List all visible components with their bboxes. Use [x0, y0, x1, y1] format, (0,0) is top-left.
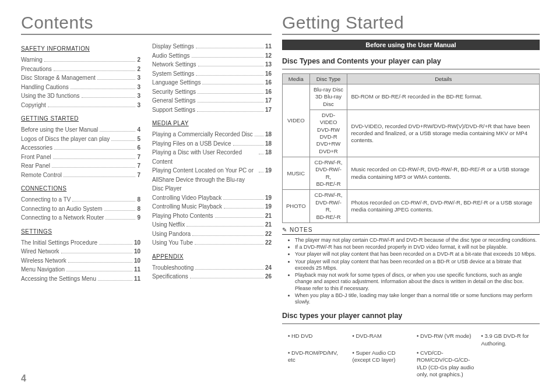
before-using-banner: Before using the User Manual: [282, 40, 540, 50]
toc-entry[interactable]: Language Settings16: [152, 78, 272, 87]
notes-heading: ✎NOTES: [282, 227, 540, 235]
pencil-icon: ✎: [282, 227, 287, 233]
toc-entry[interactable]: Copyright3: [21, 101, 140, 110]
toc-entry[interactable]: Playing a Commercially Recorded Disc18: [152, 130, 272, 139]
note-item: Your player will not play content that h…: [295, 259, 540, 272]
toc-entry[interactable]: System Settings16: [152, 69, 272, 79]
toc-entry[interactable]: Support Settings17: [152, 105, 272, 115]
toc-entry[interactable]: Connecting to a TV8: [21, 195, 140, 204]
cannot-play-item: DVD-RAM: [353, 333, 411, 347]
toc-entry[interactable]: Disc Storage & Management3: [21, 73, 140, 83]
cannot-play-item: HD DVD: [288, 333, 347, 347]
cannot-play-item: DVD-ROM/PD/MV, etc: [288, 349, 347, 378]
toc-entry[interactable]: Security Settings16: [152, 87, 272, 97]
toc-entry[interactable]: Controlling Music Playback19: [152, 202, 272, 211]
disc-types-heading: Disc Types and Contents your player can …: [282, 57, 540, 65]
toc-section-head: CONNECTIONS: [21, 185, 140, 192]
cannot-play-item: CVD/CD-ROM/CDV/CD-G/CD-I/LD (CD-Gs play …: [417, 349, 476, 378]
toc-section-head: GETTING STARTED: [21, 115, 140, 122]
toc-entry[interactable]: Menu Navigation11: [21, 265, 140, 274]
toc-entry[interactable]: Connecting to a Network Router9: [21, 213, 140, 223]
toc-entry[interactable]: Using Pandora22: [152, 229, 272, 239]
toc-entry[interactable]: Logos of Discs the player can play5: [21, 135, 140, 144]
toc-column-1: SAFETY INFORMATIONWarning2Precautions2Di…: [21, 40, 140, 386]
page-number: 4: [21, 373, 26, 384]
toc-entry[interactable]: Playing a Disc with User Recorded Conten…: [152, 148, 272, 166]
contents-title: Contents: [21, 13, 272, 35]
getting-started-column: Getting Started Before using the User Ma…: [282, 13, 540, 386]
toc-entry[interactable]: Playing Photo Contents21: [152, 211, 272, 221]
toc-entry[interactable]: Accessing the Settings Menu11: [21, 274, 140, 284]
disc-types-table: MediaDisc TypeDetails VIDEOBlu-ray Disc …: [282, 73, 540, 223]
toc-entry[interactable]: Precautions2: [21, 65, 140, 74]
toc-entry[interactable]: Connecting to an Audio System8: [21, 204, 140, 214]
toc-entry[interactable]: The Initial Settings Procedure10: [21, 238, 140, 248]
note-item: Your player will not play content that h…: [295, 251, 540, 257]
toc-entry[interactable]: Display Settings11: [152, 42, 272, 51]
cannot-play-item: Super Audio CD (except CD layer): [353, 349, 411, 378]
toc-entry[interactable]: Network Settings13: [152, 60, 272, 69]
toc-entry[interactable]: Warning2: [21, 55, 140, 65]
toc-entry[interactable]: General Settings17: [152, 96, 272, 105]
contents-column: Contents SAFETY INFORMATIONWarning2Preca…: [21, 13, 272, 386]
toc-entry[interactable]: Playing Files on a USB Device18: [152, 139, 272, 149]
cannot-play-item: 3.9 GB DVD-R for Authoring.: [481, 333, 540, 347]
toc-entry[interactable]: Wireless Network10: [21, 256, 140, 266]
toc-entry[interactable]: Troubleshooting24: [152, 263, 272, 273]
toc-entry[interactable]: Playing Content Located on Your PC or Al…: [152, 166, 272, 193]
toc-entry[interactable]: Handling Cautions3: [21, 83, 140, 92]
note-item: Playback may not work for some types of …: [295, 272, 540, 292]
note-item: When you play a BD-J title, loading may …: [295, 292, 540, 306]
toc-entry[interactable]: Before using the User Manual4: [21, 125, 140, 135]
toc-entry[interactable]: Rear Panel7: [21, 161, 140, 171]
toc-entry[interactable]: Front Panel7: [21, 153, 140, 162]
toc-section-head: MEDIA PLAY: [152, 120, 272, 126]
cannot-play-list: HD DVDDVD-RAMDVD-RW (VR mode)3.9 GB DVD-…: [282, 333, 540, 378]
toc-entry[interactable]: Controlling Video Playback19: [152, 193, 272, 203]
cannot-play-heading: Disc types your player cannot play: [282, 312, 540, 320]
getting-started-title: Getting Started: [282, 13, 540, 35]
toc-section-head: SAFETY INFORMATION: [21, 45, 140, 52]
toc-entry[interactable]: Using You Tube22: [152, 238, 272, 248]
note-item: If a DVD-RW/-R has not been recorded pro…: [295, 244, 540, 250]
toc-section-head: SETTINGS: [21, 228, 140, 235]
toc-section-head: APPENDIX: [152, 253, 272, 260]
note-item: The player may not play certain CD-RW/-R…: [295, 237, 540, 243]
toc-entry[interactable]: Wired Network10: [21, 247, 140, 256]
toc-entry[interactable]: Specifications26: [152, 272, 272, 281]
toc-entry[interactable]: Audio Settings12: [152, 51, 272, 61]
toc-column-2: Display Settings11Audio Settings12Networ…: [152, 40, 272, 386]
cannot-play-item: DVD-RW (VR mode): [417, 333, 476, 347]
toc-entry[interactable]: Remote Control7: [21, 171, 140, 180]
toc-entry[interactable]: Using the 3D functions3: [21, 91, 140, 101]
notes-list: The player may not play certain CD-RW/-R…: [282, 237, 540, 306]
toc-entry[interactable]: Accessories6: [21, 143, 140, 153]
toc-entry[interactable]: Using Netflix21: [152, 220, 272, 229]
